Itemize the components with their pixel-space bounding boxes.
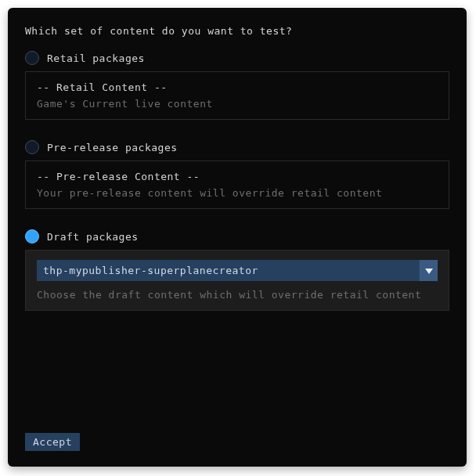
prerelease-block: -- Pre-release Content -- Your pre-relea…: [25, 160, 449, 209]
prerelease-block-title: -- Pre-release Content --: [37, 171, 438, 182]
retail-block-desc: Game's Current live content: [37, 98, 438, 110]
draft-dropdown[interactable]: thp-mypublisher-superplanecreator: [37, 260, 438, 281]
retail-block: -- Retail Content -- Game's Current live…: [25, 71, 449, 120]
draft-dropdown-value: thp-mypublisher-superplanecreator: [37, 260, 265, 281]
prerelease-radio-label: Pre-release packages: [47, 142, 178, 153]
prerelease-radio-row[interactable]: Pre-release packages: [25, 140, 449, 154]
prerelease-block-desc: Your pre-release content will override r…: [37, 187, 438, 199]
chevron-down-icon: [419, 260, 438, 281]
radio-icon-selected: [25, 229, 39, 243]
retail-radio-label: Retail packages: [47, 52, 145, 64]
draft-radio-row[interactable]: Draft packages: [25, 229, 449, 243]
draft-radio-label: Draft packages: [47, 231, 139, 243]
retail-radio-row[interactable]: Retail packages: [25, 51, 449, 65]
retail-block-title: -- Retail Content --: [37, 81, 438, 93]
prompt-text: Which set of content do you want to test…: [25, 25, 449, 37]
draft-block-desc: Choose the draft content which will over…: [37, 289, 438, 301]
draft-block: thp-mypublisher-superplanecreator Choose…: [25, 250, 449, 311]
svg-marker-0: [425, 269, 433, 274]
radio-icon: [25, 140, 39, 154]
radio-icon: [25, 51, 39, 65]
content-test-dialog: Which set of content do you want to test…: [8, 8, 467, 467]
accept-button[interactable]: Accept: [25, 433, 80, 451]
